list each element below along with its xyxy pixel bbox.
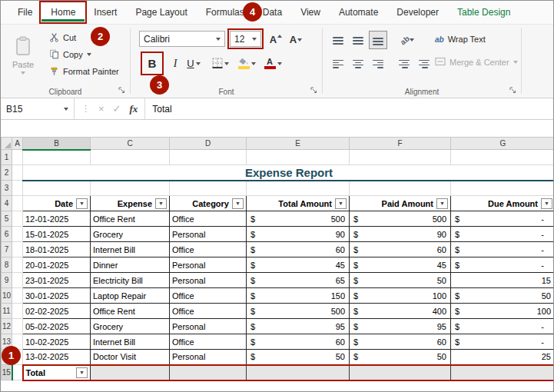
align-right-button[interactable]	[369, 54, 387, 72]
cell-empty[interactable]	[451, 181, 554, 196]
cell-total-amount[interactable]: $500	[247, 211, 350, 227]
cell-paid-amount[interactable]: $50	[350, 273, 451, 288]
table-header-date[interactable]: Date▼	[23, 196, 91, 211]
column-header-d[interactable]: D	[170, 138, 247, 150]
cell-date[interactable]: 18-01-2025	[23, 242, 91, 257]
cell-a5[interactable]	[12, 211, 23, 227]
font-dialog-launcher-icon[interactable]	[309, 85, 319, 95]
cell-total-empty[interactable]	[451, 365, 554, 380]
filter-button-due-amount[interactable]: ▼	[541, 198, 552, 209]
borders-button[interactable]	[209, 54, 232, 73]
table-header-total-amount[interactable]: Total Amount▼	[247, 196, 350, 211]
filter-button-expense[interactable]: ▼	[155, 198, 167, 209]
row-header-6[interactable]: 6	[2, 227, 12, 242]
decrease-indent-button[interactable]	[395, 54, 413, 72]
tab-home[interactable]: Home	[41, 3, 85, 22]
wrap-text-button[interactable]: ab Wrap Text	[432, 31, 489, 48]
table-header-paid-amount[interactable]: Paid Amount▼	[350, 196, 451, 211]
cell-paid-amount[interactable]: $50	[350, 350, 451, 365]
cut-button[interactable]: Cut	[47, 30, 78, 45]
cell-a1[interactable]	[12, 150, 23, 165]
top-align-button[interactable]	[329, 31, 347, 49]
row-header-3[interactable]: 3	[2, 181, 12, 196]
cell-due-amount[interactable]: $-	[451, 242, 554, 257]
table-header-expense[interactable]: Expense▼	[91, 196, 170, 211]
cell-expense[interactable]: Laptop Repair	[91, 288, 170, 304]
row-header-15[interactable]: 15	[2, 365, 12, 380]
cell-empty[interactable]	[91, 181, 170, 196]
cell-a4[interactable]	[12, 196, 23, 211]
align-left-button[interactable]	[329, 54, 347, 72]
name-box[interactable]: B15	[1, 98, 75, 119]
decrease-font-size-button[interactable]: A	[287, 30, 305, 49]
underline-button[interactable]: U	[183, 54, 204, 73]
column-header-e[interactable]: E	[247, 138, 350, 150]
cell-date[interactable]: 10-02-2025	[23, 334, 91, 350]
row-header-10[interactable]: 10	[2, 288, 12, 304]
cell-a6[interactable]	[12, 227, 23, 242]
cell-empty[interactable]	[247, 150, 350, 165]
cell-paid-amount[interactable]: $400	[350, 304, 451, 319]
cell-category[interactable]: Personal	[170, 319, 247, 334]
cell-a3[interactable]	[12, 181, 23, 196]
cell-a10[interactable]	[12, 288, 23, 304]
increase-indent-button[interactable]	[415, 54, 433, 72]
table-header-due-amount[interactable]: Due Amount▼	[451, 196, 554, 211]
cell-total-label[interactable]: Total▼	[23, 365, 91, 380]
cell-empty[interactable]	[170, 181, 247, 196]
cell-date[interactable]: 13-02-2025	[23, 350, 91, 365]
cell-a2[interactable]	[12, 165, 23, 181]
row-header-4[interactable]: 4	[2, 196, 12, 211]
cell-a8[interactable]	[12, 257, 23, 273]
cell-due-amount[interactable]: $100	[451, 304, 554, 319]
cell-date[interactable]: 02-02-2025	[23, 304, 91, 319]
cell-expense[interactable]: Grocery	[91, 319, 170, 334]
tab-file[interactable]: File	[8, 3, 41, 22]
cell-total-amount[interactable]: $65	[247, 273, 350, 288]
formula-bar-content[interactable]: Total	[145, 98, 553, 119]
cell-due-amount[interactable]: 25	[451, 350, 554, 365]
cell-category[interactable]: Office	[170, 334, 247, 350]
row-header-8[interactable]: 8	[2, 257, 12, 273]
table-header-category[interactable]: Category▼	[170, 196, 247, 211]
cell-date[interactable]: 20-01-2025	[23, 257, 91, 273]
font-name-combobox[interactable]: Calibri	[139, 31, 225, 47]
cell-total-amount[interactable]: $150	[247, 288, 350, 304]
cell-expense[interactable]: Internet Bill	[91, 334, 170, 350]
cell-due-amount[interactable]: $50	[451, 288, 554, 304]
increase-font-size-button[interactable]: A	[267, 30, 285, 49]
filter-button-category[interactable]: ▼	[232, 198, 244, 209]
cell-category[interactable]: Office	[170, 304, 247, 319]
cell-total-empty[interactable]	[170, 365, 247, 380]
cell-due-amount[interactable]: $-	[451, 227, 554, 242]
tab-automate[interactable]: Automate	[330, 3, 387, 22]
cell-date[interactable]: 05-02-2025	[23, 319, 91, 334]
alignment-dialog-launcher-icon[interactable]	[508, 85, 518, 95]
cell-date[interactable]: 12-01-2025	[23, 211, 91, 227]
cell-empty[interactable]	[170, 150, 247, 165]
cell-date[interactable]: 23-01-2025	[23, 273, 91, 288]
cell-expense[interactable]: Electricity Bill	[91, 273, 170, 288]
middle-align-button[interactable]	[349, 31, 367, 49]
cell-date[interactable]: 30-01-2025	[23, 288, 91, 304]
bold-button[interactable]: B	[143, 54, 161, 73]
font-size-combobox[interactable]: 12	[230, 31, 261, 47]
cell-a7[interactable]	[12, 242, 23, 257]
orientation-button[interactable]: ab	[395, 31, 420, 49]
copy-button[interactable]: Copy	[47, 47, 94, 62]
cell-empty[interactable]	[91, 150, 170, 165]
align-center-button[interactable]	[349, 54, 367, 72]
cell-due-amount[interactable]: $-	[451, 334, 554, 350]
cell-empty[interactable]	[350, 181, 451, 196]
tab-developer[interactable]: Developer	[387, 3, 448, 22]
cell-paid-amount[interactable]: $60	[350, 242, 451, 257]
italic-button[interactable]: I	[166, 54, 184, 73]
cell-total-amount[interactable]: $95	[247, 319, 350, 334]
cell-paid-amount[interactable]: $95	[350, 319, 451, 334]
cell-a12[interactable]	[12, 319, 23, 334]
cell-paid-amount[interactable]: $90	[350, 227, 451, 242]
cell-total-empty[interactable]	[350, 365, 451, 380]
insert-function-icon[interactable]: fx	[130, 103, 138, 115]
row-header-11[interactable]: 11	[2, 304, 12, 319]
cell-total-amount[interactable]: $45	[247, 257, 350, 273]
